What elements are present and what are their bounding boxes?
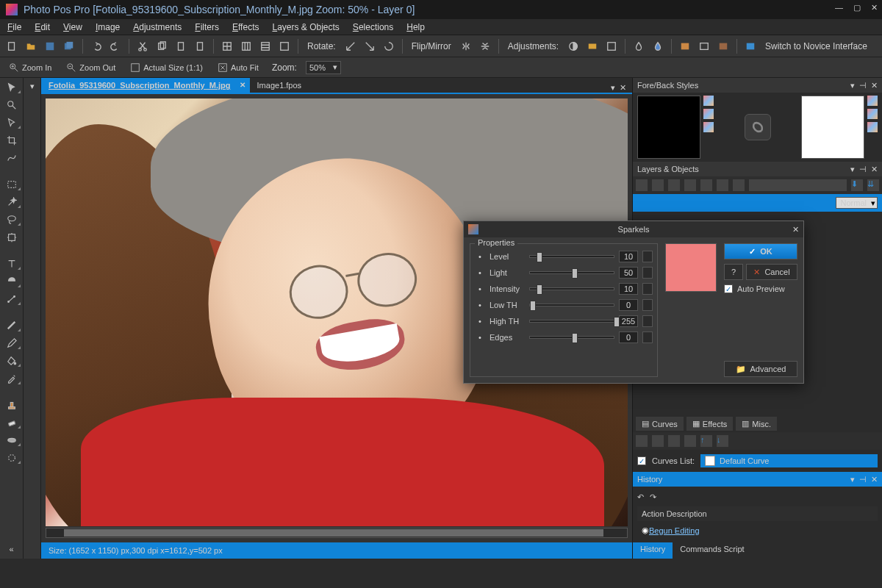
adj-levels-icon[interactable]: [585, 39, 600, 54]
pin-icon[interactable]: ⊣: [859, 165, 867, 174]
adj-pic3-icon[interactable]: [716, 39, 731, 54]
grid3-icon[interactable]: [258, 39, 273, 54]
menu-effects[interactable]: Effects: [232, 22, 259, 32]
foreground-swatch[interactable]: [637, 96, 700, 159]
maximize-button[interactable]: ▢: [853, 3, 861, 12]
swap-colors-icon[interactable]: [745, 114, 771, 140]
new-file-icon[interactable]: [4, 39, 19, 54]
prop-value[interactable]: 50: [619, 267, 638, 279]
prop-slider[interactable]: [529, 304, 614, 306]
adj-contrast-icon[interactable]: [566, 39, 581, 54]
hist-undo-icon[interactable]: ↶: [637, 492, 644, 502]
prop-spinner[interactable]: [642, 331, 653, 343]
shape-tool-icon[interactable]: [2, 275, 21, 288]
save-all-icon[interactable]: [62, 39, 76, 54]
merge-icon[interactable]: [684, 179, 696, 191]
tab-commands-script[interactable]: Commands Script: [673, 542, 751, 559]
prop-spinner[interactable]: [642, 251, 653, 262]
paste-icon[interactable]: [173, 39, 188, 54]
curve-name[interactable]: Default Curve: [700, 454, 878, 467]
copy-icon[interactable]: [154, 39, 169, 54]
heal-tool-icon[interactable]: [2, 434, 21, 447]
adj-pic2-icon[interactable]: [697, 39, 711, 54]
arrow-down2-icon[interactable]: ⇊: [867, 179, 879, 191]
prop-value[interactable]: 10: [619, 251, 638, 262]
panel-menu-icon[interactable]: ▾: [850, 475, 855, 484]
style4-icon[interactable]: [867, 96, 878, 106]
mask-icon[interactable]: [717, 179, 728, 191]
arrow-down-icon[interactable]: ⬇: [851, 179, 863, 191]
help-button[interactable]: ?: [724, 264, 743, 280]
flip-v-icon[interactable]: [478, 39, 492, 54]
tab-history[interactable]: History: [633, 542, 673, 559]
menu-adjustments[interactable]: Adjustments: [133, 22, 182, 32]
minimize-button[interactable]: —: [835, 3, 843, 12]
ok-button[interactable]: ✓ OK: [724, 243, 797, 259]
close-icon[interactable]: ✕: [871, 81, 878, 90]
fx-icon[interactable]: [733, 179, 745, 191]
auto-fit-button[interactable]: Auto Fit: [213, 61, 263, 74]
prop-slider[interactable]: [529, 320, 614, 323]
select-rect-tool-icon[interactable]: [2, 178, 21, 191]
smudge-tool-icon[interactable]: [2, 451, 21, 465]
tab-effects[interactable]: ▦ Effects: [686, 417, 733, 431]
advanced-button[interactable]: 📁 Advanced: [724, 361, 797, 377]
style6-icon[interactable]: [867, 122, 878, 132]
prop-spinner[interactable]: [642, 267, 653, 279]
magic-wand-tool-icon[interactable]: [2, 196, 21, 209]
panel-menu-icon[interactable]: ▾: [850, 165, 855, 174]
prop-value[interactable]: 255: [619, 315, 638, 327]
curves-check[interactable]: ✓: [637, 456, 646, 465]
prop-spinner[interactable]: [642, 315, 653, 327]
pin-icon[interactable]: ⊣: [859, 81, 867, 90]
collapse-tools-icon[interactable]: «: [2, 542, 21, 556]
move-tool-icon[interactable]: [2, 116, 21, 129]
dialog-title-bar[interactable]: Sparkels ✕: [464, 221, 803, 237]
cut-icon[interactable]: [135, 39, 150, 54]
menu-file[interactable]: File: [7, 22, 21, 32]
h-scrollbar[interactable]: [46, 528, 628, 538]
menu-filters[interactable]: Filters: [195, 22, 219, 32]
paste-new-icon[interactable]: [193, 39, 207, 54]
prop-spinner[interactable]: [642, 299, 653, 311]
prop-value[interactable]: 10: [619, 283, 638, 295]
prop-slider[interactable]: [529, 271, 614, 274]
bucket-tool-icon[interactable]: [2, 354, 21, 368]
hist-redo-icon[interactable]: ↷: [650, 492, 656, 502]
panel-menu-icon[interactable]: ▾: [850, 81, 855, 90]
history-item[interactable]: ◉ Begun Editing: [637, 523, 878, 538]
flatten-icon[interactable]: [700, 179, 712, 191]
rotate-custom-icon[interactable]: [381, 39, 396, 54]
save-icon[interactable]: [43, 39, 57, 54]
pencil-tool-icon[interactable]: [2, 337, 21, 350]
layer-row[interactable]: Normal: [633, 194, 882, 212]
undo-icon[interactable]: [89, 39, 104, 54]
crop-tool-icon[interactable]: [2, 134, 21, 147]
adj-pic1-icon[interactable]: [678, 39, 692, 54]
menu-image[interactable]: Image: [96, 22, 120, 32]
flip-h-icon[interactable]: [459, 39, 473, 54]
menu-selections[interactable]: Selections: [353, 22, 393, 32]
menu-edit[interactable]: Edit: [35, 22, 50, 32]
c-save-icon[interactable]: [636, 435, 648, 447]
redo-icon[interactable]: [108, 39, 123, 54]
novice-label[interactable]: Switch to Novice Interface: [765, 41, 867, 51]
style2-icon[interactable]: [703, 109, 714, 119]
eraser-tool-icon[interactable]: [2, 416, 21, 429]
close-icon[interactable]: ✕: [871, 475, 878, 484]
lasso-tool-icon[interactable]: [2, 213, 21, 226]
del-layer-icon[interactable]: [668, 179, 680, 191]
c-down-icon[interactable]: ↓: [717, 435, 728, 447]
doc-tab-0[interactable]: Fotolia_95319600_Subscription_Monthly_M.…: [41, 78, 250, 93]
adj-drop-icon[interactable]: [631, 39, 646, 54]
prop-slider[interactable]: [529, 255, 614, 258]
new-layer-icon[interactable]: [636, 179, 648, 191]
prop-spinner[interactable]: [642, 283, 653, 295]
background-swatch[interactable]: [801, 96, 864, 159]
tab-curves[interactable]: ▤ Curves: [636, 417, 684, 431]
prop-value[interactable]: 0: [619, 331, 638, 343]
tab-misc[interactable]: ▥ Misc.: [736, 417, 777, 431]
color-preview[interactable]: [665, 243, 717, 292]
close-button[interactable]: ✕: [871, 3, 878, 12]
c-open-icon[interactable]: [652, 435, 664, 447]
